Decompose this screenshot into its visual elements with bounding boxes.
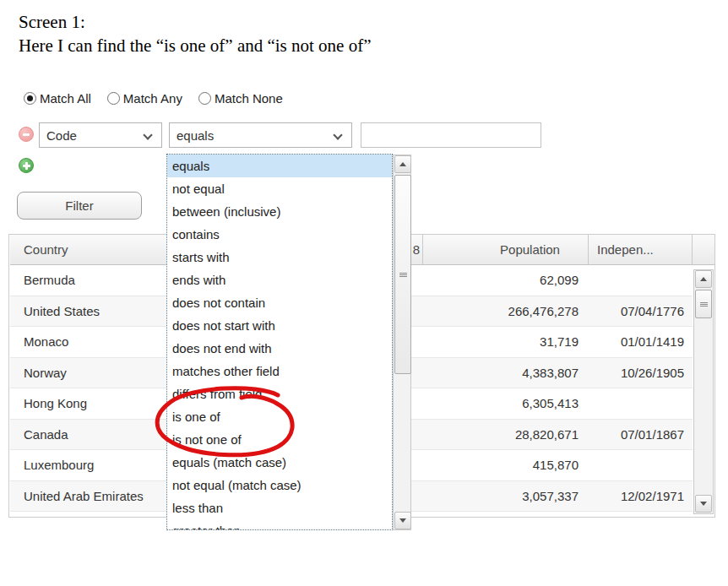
scroll-thumb[interactable] xyxy=(695,290,712,318)
operator-option[interactable]: not equal (match case) xyxy=(167,474,392,496)
cell-population: 31,719 xyxy=(423,327,589,357)
radio-selected-icon[interactable] xyxy=(24,92,36,105)
add-condition-button[interactable] xyxy=(19,158,34,173)
column-header-country[interactable]: Country xyxy=(10,235,167,265)
cell-country: Monaco xyxy=(10,327,167,357)
scroll-up-icon xyxy=(399,162,406,166)
cell-population: 266,476,278 xyxy=(423,296,589,327)
operator-option[interactable]: does not start with xyxy=(167,314,392,337)
filter-value-input[interactable] xyxy=(361,122,541,148)
field-select[interactable]: Code xyxy=(39,122,162,148)
scroll-up-icon xyxy=(700,277,707,281)
operator-option-is-one-of[interactable]: is one of xyxy=(167,405,392,428)
cell-country: United Arab Emirates xyxy=(10,481,167,512)
operator-option[interactable]: ends with xyxy=(167,269,392,291)
scroll-up-button[interactable] xyxy=(394,155,411,173)
radio-unselected-icon[interactable] xyxy=(107,92,120,105)
thumb-grip-icon xyxy=(399,273,407,277)
operator-dropdown: equals not equal between (inclusive) con… xyxy=(166,154,411,530)
operator-select-value: equals xyxy=(177,128,214,143)
cell-population: 62,099 xyxy=(423,265,589,296)
radio-match-all[interactable]: Match All xyxy=(24,91,91,106)
cell-country: Luxembourg xyxy=(10,450,167,480)
cell-country: Canada xyxy=(10,420,167,450)
cell-independence xyxy=(589,265,693,296)
cell-independence xyxy=(589,388,693,419)
cell-country: Hong Kong xyxy=(10,388,167,419)
cell-independence: 01/01/1419 xyxy=(589,327,693,357)
note-text: Screen 1: Here I can find the “is one of… xyxy=(19,10,372,57)
scroll-down-button[interactable] xyxy=(394,512,411,529)
column-header-population[interactable]: Population xyxy=(423,235,589,265)
cell-population: 28,820,671 xyxy=(423,420,589,450)
operator-option[interactable]: starts with xyxy=(167,246,392,269)
radio-unselected-icon[interactable] xyxy=(198,92,211,105)
cell-country: Bermuda xyxy=(10,265,167,296)
operator-option-is-not-one-of[interactable]: is not one of xyxy=(167,428,392,451)
operator-option[interactable]: equals xyxy=(167,155,392,177)
operator-option[interactable]: equals (match case) xyxy=(167,451,392,474)
scroll-down-icon xyxy=(700,502,707,506)
operator-option[interactable]: matches other field xyxy=(167,360,392,383)
column-header-independence-label: Indepen... xyxy=(597,242,654,257)
column-header-country-label: Country xyxy=(24,242,68,257)
field-select-value: Code xyxy=(46,128,77,143)
thumb-grip-icon xyxy=(700,302,708,307)
cell-independence: 12/02/1971 xyxy=(589,481,693,512)
filter-button[interactable]: Filter xyxy=(17,192,142,220)
column-header-filler xyxy=(693,235,714,265)
screenshot-canvas: Screen 1: Here I can find the “is one of… xyxy=(0,0,728,586)
scroll-down-icon xyxy=(399,518,406,523)
cell-independence: 07/01/1867 xyxy=(589,420,693,450)
cell-population: 415,870 xyxy=(423,450,589,480)
filter-button-label: Filter xyxy=(65,198,93,213)
cell-country: United States xyxy=(10,296,167,327)
cell-population: 4,383,807 xyxy=(423,358,589,388)
radio-match-none-label: Match None xyxy=(215,91,283,106)
note-line-1: Screen 1: xyxy=(19,10,372,34)
radio-match-any[interactable]: Match Any xyxy=(107,91,182,106)
operator-option[interactable]: does not contain xyxy=(167,291,392,314)
remove-condition-button[interactable] xyxy=(19,127,34,142)
chevron-down-icon xyxy=(143,130,152,139)
note-line-2: Here I can find the “is one of” and “is … xyxy=(19,34,372,57)
operator-option[interactable]: between (inclusive) xyxy=(167,200,392,223)
cell-independence: 10/26/1905 xyxy=(589,358,693,388)
operator-option[interactable]: not equal xyxy=(167,177,392,200)
cell-independence: 07/04/1776 xyxy=(589,296,693,327)
cell-independence xyxy=(589,450,693,480)
scroll-thumb[interactable] xyxy=(394,175,411,374)
radio-match-all-label: Match All xyxy=(40,91,91,106)
chevron-down-icon xyxy=(333,130,342,139)
scroll-down-button[interactable] xyxy=(695,495,712,513)
column-header-independence[interactable]: Indepen... xyxy=(589,235,693,265)
cell-population: 3,057,337 xyxy=(423,481,589,512)
dropdown-vertical-scrollbar[interactable] xyxy=(393,155,411,530)
grid-vertical-scrollbar[interactable] xyxy=(693,269,714,514)
operator-option[interactable]: less than xyxy=(167,496,392,519)
scroll-up-button[interactable] xyxy=(695,270,712,288)
operator-option[interactable]: differs from field xyxy=(167,383,392,405)
column-header-population-label: Population xyxy=(500,242,560,257)
column-header-hidden-fragment: 8 xyxy=(413,242,420,257)
operator-option[interactable]: contains xyxy=(167,223,392,246)
cell-country: Norway xyxy=(10,358,167,388)
operator-list: equals not equal between (inclusive) con… xyxy=(166,154,393,530)
match-radio-group: Match All Match Any Match None xyxy=(24,91,283,106)
radio-match-any-label: Match Any xyxy=(123,91,182,106)
operator-option[interactable]: greater than xyxy=(167,519,392,530)
cell-population: 6,305,413 xyxy=(423,388,589,419)
operator-option[interactable]: does not end with xyxy=(167,337,392,360)
operator-select[interactable]: equals xyxy=(169,122,352,148)
radio-match-none[interactable]: Match None xyxy=(198,91,283,106)
